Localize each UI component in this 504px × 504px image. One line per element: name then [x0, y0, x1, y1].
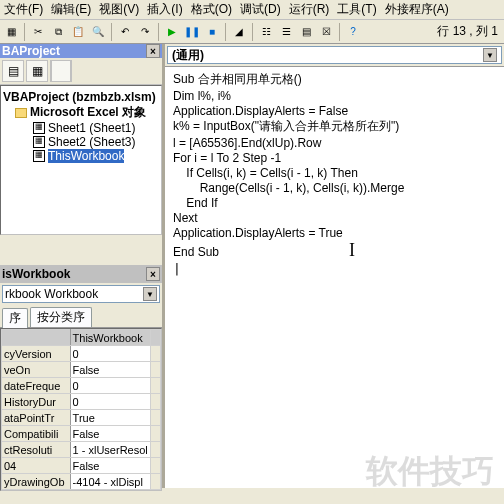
text-cursor-icon: I: [349, 240, 355, 261]
project-root[interactable]: VBAProject (bzmbzb.xlsm): [3, 90, 159, 104]
tab-alphabetic[interactable]: 序: [2, 308, 28, 328]
properties-grid[interactable]: ThisWorkbook cyVersion0 veOnFalse dateFr…: [0, 328, 162, 491]
close-icon[interactable]: ×: [146, 44, 160, 58]
menu-insert[interactable]: 插入(I): [143, 0, 186, 20]
view-object-icon[interactable]: ▦: [26, 60, 48, 82]
tree-sheet2[interactable]: Sheet2 (Sheet3): [3, 135, 159, 149]
project-explorer-icon[interactable]: ☷: [257, 23, 275, 41]
properties-object-combo[interactable]: rkbook Workbook ▼: [2, 285, 160, 303]
tree-thisworkbook[interactable]: ThisWorkbook: [3, 149, 159, 163]
menu-run[interactable]: 运行(R): [285, 0, 334, 20]
properties-icon[interactable]: ☰: [277, 23, 295, 41]
view-excel-icon[interactable]: ▦: [2, 23, 20, 41]
toolbar: ▦ ✂ ⧉ 📋 🔍 ↶ ↷ ▶ ❚❚ ■ ◢ ☷ ☰ ▤ ☒ ? 行 13 , …: [0, 20, 504, 44]
cursor-position: 行 13 , 列 1: [364, 23, 504, 40]
code-editor[interactable]: Sub 合并相同用单元格() Dim l%, i% Application.Di…: [165, 67, 504, 488]
find-icon[interactable]: 🔍: [89, 23, 107, 41]
toolbox-icon[interactable]: ☒: [317, 23, 335, 41]
design-mode-icon[interactable]: ◢: [230, 23, 248, 41]
reset-icon[interactable]: ■: [203, 23, 221, 41]
project-explorer-title: BAProject ×: [0, 44, 162, 58]
run-icon[interactable]: ▶: [163, 23, 181, 41]
folder-icon[interactable]: [50, 60, 72, 82]
menu-bar: 文件(F) 编辑(E) 视图(V) 插入(I) 格式(O) 调试(D) 运行(R…: [0, 0, 504, 20]
module-header: (通用) ▼: [165, 44, 504, 67]
redo-icon[interactable]: ↷: [136, 23, 154, 41]
undo-icon[interactable]: ↶: [116, 23, 134, 41]
view-code-icon[interactable]: ▤: [2, 60, 24, 82]
chevron-down-icon[interactable]: ▼: [143, 287, 157, 301]
paste-icon[interactable]: 📋: [69, 23, 87, 41]
menu-format[interactable]: 格式(O): [187, 0, 236, 20]
object-browser-icon[interactable]: ▤: [297, 23, 315, 41]
properties-title: isWorkbook ×: [0, 265, 162, 283]
properties-tabs: 序 按分类序: [0, 305, 162, 328]
tree-sheet1[interactable]: Sheet1 (Sheet1): [3, 121, 159, 135]
menu-view[interactable]: 视图(V): [95, 0, 143, 20]
tab-categorized[interactable]: 按分类序: [30, 307, 92, 327]
cut-icon[interactable]: ✂: [29, 23, 47, 41]
chevron-down-icon[interactable]: ▼: [483, 48, 497, 62]
menu-file[interactable]: 文件(F): [0, 0, 47, 20]
copy-icon[interactable]: ⧉: [49, 23, 67, 41]
menu-debug[interactable]: 调试(D): [236, 0, 285, 20]
menu-addins[interactable]: 外接程序(A): [381, 0, 453, 20]
close-icon[interactable]: ×: [146, 267, 160, 281]
object-combo[interactable]: (通用) ▼: [167, 46, 502, 64]
project-tree[interactable]: VBAProject (bzmbzb.xlsm) Microsoft Excel…: [0, 85, 162, 235]
watermark: 软件技巧: [366, 450, 494, 494]
project-folder[interactable]: Microsoft Excel 对象: [3, 104, 159, 121]
project-toolbar: ▤ ▦: [0, 58, 162, 85]
break-icon[interactable]: ❚❚: [183, 23, 201, 41]
menu-edit[interactable]: 编辑(E): [47, 0, 95, 20]
menu-tools[interactable]: 工具(T): [333, 0, 380, 20]
help-icon[interactable]: ?: [344, 23, 362, 41]
